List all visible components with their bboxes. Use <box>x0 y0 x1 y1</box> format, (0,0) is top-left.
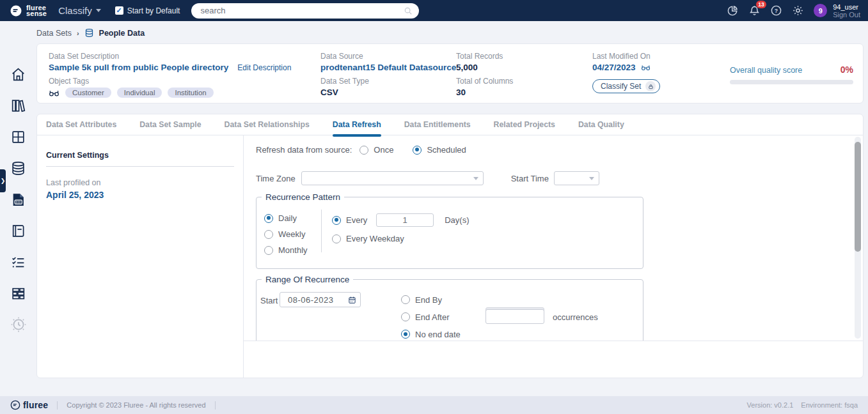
refresh-scheduled-option[interactable]: Scheduled <box>413 145 466 155</box>
start-date-field[interactable] <box>280 292 361 307</box>
tab-data-set-relationships[interactable]: Data Set Relationships <box>225 114 310 135</box>
sidebar-item-library[interactable] <box>10 97 27 114</box>
sign-out-link[interactable]: Sign Out <box>833 11 860 19</box>
fluree-logo-icon <box>9 4 23 18</box>
freq-daily-option[interactable]: Daily <box>264 213 321 223</box>
radio-monthly[interactable] <box>264 246 273 255</box>
description-value: Sample 5k pull from public People direct… <box>49 63 228 72</box>
every-weekday-option[interactable]: Every Weekday <box>332 234 470 243</box>
refresh-once-option[interactable]: Once <box>359 145 393 155</box>
analytics-pie-icon[interactable] <box>727 4 739 17</box>
help-icon[interactable]: ? <box>770 4 782 17</box>
sidebar-item-stacks[interactable] <box>10 285 27 302</box>
lock-icon <box>645 81 656 91</box>
radio-every[interactable] <box>332 216 341 225</box>
tag-pill[interactable]: Individual <box>117 88 162 98</box>
form-scrollbar-track[interactable] <box>855 137 861 339</box>
description-label: Data Set Description <box>49 52 291 61</box>
days-unit-label: Day(s) <box>445 215 469 225</box>
notifications-bell-icon[interactable]: 13 <box>748 4 761 17</box>
freq-weekly-option[interactable]: Weekly <box>264 229 321 239</box>
every-label: Every <box>346 215 367 225</box>
radio-once[interactable] <box>359 146 368 155</box>
radio-end-by[interactable] <box>401 295 410 304</box>
every-days-input[interactable] <box>376 213 434 227</box>
total-records-label: Total Records <box>456 52 513 61</box>
every-weekday-label: Every Weekday <box>346 234 404 243</box>
tab-data-quality[interactable]: Data Quality <box>578 114 624 135</box>
radio-daily[interactable] <box>264 214 273 223</box>
classify-menu[interactable]: Classify <box>58 5 101 16</box>
tab-data-set-attributes[interactable]: Data Set Attributes <box>46 114 116 135</box>
dataset-db-icon <box>84 28 94 38</box>
dataset-info-card: Data Set Description Sample 5k pull from… <box>36 43 864 103</box>
svg-text:?: ? <box>775 8 778 14</box>
sidebar-expand-handle[interactable]: ❯ <box>0 169 6 192</box>
form-scrollbar-thumb[interactable] <box>855 142 861 252</box>
total-columns-label: Total of Columns <box>456 77 513 86</box>
radio-end-after[interactable] <box>401 312 410 321</box>
glasses-icon <box>49 88 59 98</box>
range-start-label: Start <box>260 296 278 305</box>
radio-every-weekday[interactable] <box>332 234 341 243</box>
object-tags-label: Object Tags <box>49 77 291 86</box>
tab-related-projects[interactable]: Related Projects <box>494 114 555 135</box>
range-of-recurrence-legend: Range Of Recurrence <box>262 275 353 284</box>
edit-description-link[interactable]: Edit Description <box>237 63 291 72</box>
gear-clock-icon <box>10 316 27 333</box>
start-date-input[interactable] <box>280 295 348 305</box>
sidebar-item-checklist[interactable] <box>10 254 27 270</box>
username: 94_user <box>833 3 860 11</box>
radio-weekly[interactable] <box>264 230 273 239</box>
glasses-icon <box>641 63 651 72</box>
breadcrumb-parent[interactable]: Data Sets <box>36 29 72 38</box>
app-header: flureesense Classify ✓ Start by Default … <box>0 0 868 21</box>
form-scroll-viewport: Refresh data from source: Once Scheduled… <box>244 135 863 341</box>
gear-icon[interactable] <box>792 4 804 17</box>
sidebar-item-datasets-active[interactable] <box>10 191 27 208</box>
dataset-detail-card: Data Set Attributes Data Set Sample Data… <box>36 114 864 378</box>
fluree-sense-logo[interactable]: flureesense <box>9 4 47 18</box>
freq-monthly-option[interactable]: Monthly <box>264 245 321 255</box>
classify-set-button[interactable]: Classify Set <box>592 79 660 93</box>
tab-data-set-sample[interactable]: Data Set Sample <box>139 114 201 135</box>
classify-set-label: Classify Set <box>601 82 641 91</box>
last-modified-value: 04/27/2023 <box>592 63 636 72</box>
tab-data-refresh[interactable]: Data Refresh <box>333 114 381 135</box>
start-time-select[interactable] <box>554 171 599 185</box>
sidebar-item-home[interactable] <box>10 66 27 82</box>
tag-pill[interactable]: Institution <box>168 88 213 98</box>
data-source-value: prodtenant15 Default Datasource <box>320 63 456 72</box>
tag-pill[interactable]: Customer <box>65 88 111 98</box>
calendar-icon[interactable] <box>348 296 356 304</box>
home-icon <box>10 66 26 82</box>
server-stack-icon <box>10 286 26 302</box>
recurrence-pattern-legend: Recurrence Pattern <box>262 192 344 202</box>
radio-scheduled[interactable] <box>413 146 422 155</box>
sidebar-item-catalog[interactable] <box>10 222 27 239</box>
search-bar <box>191 3 419 19</box>
environment-text: Environment: fsqa <box>801 401 858 409</box>
sidebar-item-scheduled-settings[interactable] <box>10 316 27 333</box>
fluree-logo-icon <box>10 400 20 410</box>
chevron-down-icon <box>96 9 101 12</box>
last-profiled-value: April 25, 2023 <box>46 190 234 200</box>
sidebar-item-tables[interactable] <box>10 128 27 145</box>
sidebar-item-datasources[interactable] <box>10 160 27 176</box>
notification-badge: 13 <box>756 1 766 8</box>
search-input[interactable] <box>191 3 419 19</box>
search-icon <box>404 6 413 15</box>
version-text: Version: v0.2.1 <box>747 401 794 409</box>
no-end-date-option[interactable]: No end date <box>401 326 461 341</box>
end-after-option[interactable]: End After <box>401 309 461 325</box>
start-by-default-checkbox[interactable]: ✓ Start by Default <box>115 6 180 15</box>
timezone-select[interactable] <box>301 171 484 185</box>
tab-data-entitlements[interactable]: Data Entitlements <box>404 114 471 135</box>
radio-no-end-date[interactable] <box>401 330 410 339</box>
left-sidebar <box>0 21 36 396</box>
occurrences-input[interactable] <box>485 309 544 324</box>
every-n-days-option[interactable]: Every Day(s) <box>332 213 470 227</box>
avatar[interactable]: 9 <box>814 4 827 17</box>
end-by-option[interactable]: End By <box>401 292 461 307</box>
chevron-down-icon <box>473 177 478 180</box>
